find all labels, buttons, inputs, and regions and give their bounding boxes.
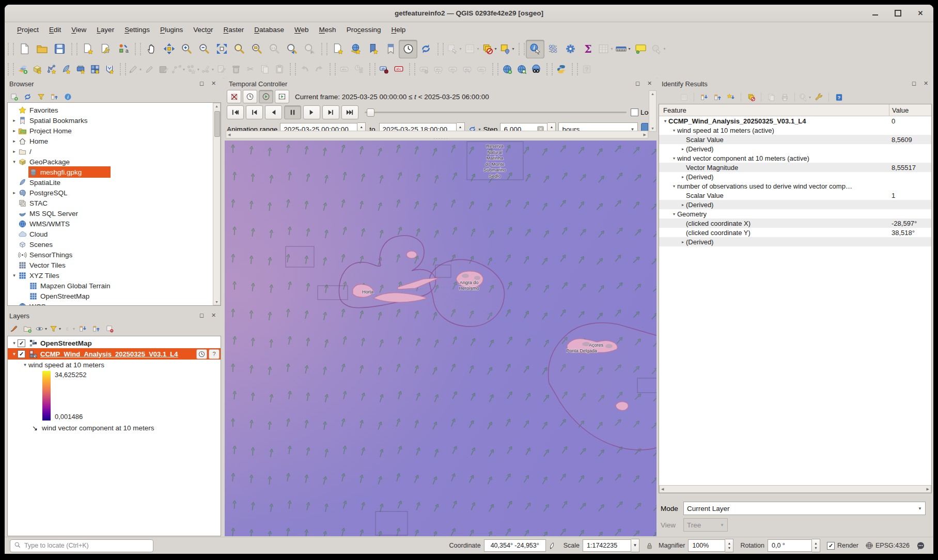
filter-browser-button[interactable] xyxy=(35,91,46,102)
dropdown-arrow-icon[interactable]: ▾ xyxy=(477,46,479,51)
current-edits-button[interactable]: ▾ xyxy=(128,62,142,76)
plugin-help-button[interactable]: ? xyxy=(580,62,594,76)
layer-row-openstreetmap[interactable]: ▾ ✓ OpenStreetMap xyxy=(8,338,221,348)
dropdown-arrow-icon[interactable]: ▾ xyxy=(611,46,613,51)
identify-row[interactable]: ▾number of observations used to derive w… xyxy=(659,181,931,191)
undo-button[interactable] xyxy=(298,62,312,76)
modify-attributes-button[interactable] xyxy=(214,62,229,76)
select-by-location-button[interactable]: ▾ xyxy=(498,40,515,58)
new-geopackage-layer-button[interactable] xyxy=(30,62,44,76)
toolbar-handle[interactable] xyxy=(321,43,327,55)
browser-item-scenes[interactable]: Scenes xyxy=(8,239,221,250)
manage-map-themes-button[interactable]: ▾ xyxy=(35,323,47,334)
new-map-view-button[interactable] xyxy=(329,40,347,58)
toolbar-handle[interactable] xyxy=(409,63,415,75)
print-response-button[interactable] xyxy=(779,91,790,103)
dropdown-arrow-icon[interactable]: ▾ xyxy=(197,67,199,72)
browser-item-xyz-tiles[interactable]: ▾XYZ Tiles xyxy=(8,270,221,281)
lock-scale-icon[interactable] xyxy=(646,542,653,550)
toolbar-handle[interactable] xyxy=(369,63,376,75)
data-source-manager-button[interactable] xyxy=(15,62,30,76)
legend-row-wind-speed[interactable]: ▾ wind speed at 10 meters xyxy=(8,360,221,370)
dock-splitter-handle[interactable]: ······ xyxy=(433,136,449,141)
menu-database[interactable]: Database xyxy=(249,24,289,36)
redo-button[interactable] xyxy=(312,62,326,76)
expander-icon[interactable]: ▾ xyxy=(671,212,677,216)
save-layer-edits-button[interactable] xyxy=(157,62,171,76)
deselect-all-button[interactable]: ▾ xyxy=(480,40,498,58)
expander-icon[interactable]: ▸ xyxy=(11,138,18,144)
new-3d-map-button[interactable] xyxy=(347,40,364,58)
skip-to-start-button[interactable] xyxy=(227,105,244,119)
menu-edit[interactable]: Edit xyxy=(44,24,66,36)
toolbar-handle[interactable] xyxy=(546,63,553,75)
scroll-down-icon[interactable]: ▼ xyxy=(651,127,654,130)
expand-all-button[interactable] xyxy=(77,323,88,334)
dropdown-arrow-icon[interactable]: ▾ xyxy=(183,67,185,72)
highlight-pinned-labels-button[interactable]: abc xyxy=(392,62,406,76)
skip-to-end-button[interactable] xyxy=(341,105,358,119)
new-project-button[interactable] xyxy=(15,40,33,58)
toolbar-handle[interactable] xyxy=(290,63,296,75)
browser-item-wms-wmts[interactable]: WMS/WMTS xyxy=(8,219,221,229)
previous-frame-button[interactable] xyxy=(246,105,263,119)
zoom-native-button[interactable]: 1:1 xyxy=(265,40,283,58)
identify-row[interactable]: ▸(Derived) xyxy=(659,200,931,209)
new-spatialite-layer-button[interactable] xyxy=(59,62,73,76)
identify-row[interactable]: ▸(Derived) xyxy=(659,237,931,246)
identify-float-button[interactable]: ◻ xyxy=(910,80,918,87)
search-catalog-button[interactable] xyxy=(514,62,529,76)
browser-item-stac[interactable]: STAC xyxy=(8,198,221,208)
save-project-button[interactable] xyxy=(51,40,68,58)
magnifier-input[interactable]: 100% xyxy=(688,539,725,552)
style-manager-button[interactable]: a xyxy=(114,40,132,58)
map-tips-button[interactable] xyxy=(632,40,649,58)
identify-settings-button[interactable] xyxy=(813,91,824,103)
expander-icon[interactable]: ▾ xyxy=(671,184,677,189)
identify-row[interactable]: ▸(Derived) xyxy=(659,172,931,181)
metasearch-button[interactable] xyxy=(529,62,543,76)
layer-checkbox[interactable]: ✓ xyxy=(18,350,25,358)
expander-icon[interactable]: ▾ xyxy=(662,119,668,123)
open-project-button[interactable] xyxy=(33,40,51,58)
browser-item-spatialite[interactable]: SpatiaLite xyxy=(8,177,221,188)
remove-layer-button[interactable] xyxy=(104,323,115,334)
new-mesh-layer-button[interactable] xyxy=(73,62,88,76)
show-properties-button[interactable]: i xyxy=(62,91,73,102)
add-group-button[interactable] xyxy=(22,323,33,334)
refresh-map-button[interactable] xyxy=(417,40,434,58)
extents-toggle-icon[interactable] xyxy=(549,541,557,550)
expander-icon[interactable]: ▸ xyxy=(680,203,686,207)
identify-row[interactable]: ▾wind speed at 10 meters (active) xyxy=(659,126,931,135)
maximize-button[interactable] xyxy=(892,8,903,19)
statistics-button[interactable] xyxy=(544,40,561,58)
dropdown-arrow-icon[interactable]: ▾ xyxy=(212,67,214,72)
expander-icon[interactable]: ▸ xyxy=(11,149,18,154)
identify-features-button[interactable]: i xyxy=(526,40,544,58)
identify-mode-button[interactable]: i▾ xyxy=(799,91,811,103)
zoom-to-layer-button[interactable] xyxy=(248,40,265,58)
paste-features-button[interactable] xyxy=(272,62,287,76)
copy-feature-button[interactable] xyxy=(765,91,777,103)
vertex-tool-button[interactable]: ▾ xyxy=(200,62,214,76)
new-temporary-layer-button[interactable] xyxy=(88,62,102,76)
menu-mesh[interactable]: Mesh xyxy=(314,24,341,36)
toolbar-handle[interactable] xyxy=(8,63,14,75)
dropdown-arrow-icon[interactable]: ▾ xyxy=(139,67,142,72)
add-selected-layers-button[interactable] xyxy=(8,91,20,102)
zoom-next-button[interactable] xyxy=(301,40,318,58)
help-button[interactable]: ? xyxy=(833,91,845,103)
pause-button[interactable] xyxy=(284,105,301,119)
layer-diagram-options-button[interactable] xyxy=(352,62,366,76)
dropdown-arrow-icon[interactable]: ▾ xyxy=(512,46,514,51)
layer-labeling-options-button[interactable]: abc xyxy=(337,62,352,76)
expander-icon[interactable]: ▸ xyxy=(11,190,18,195)
collapse-tree-button[interactable] xyxy=(712,91,723,103)
new-spatial-bookmark-button[interactable] xyxy=(364,40,382,58)
scale-dropdown[interactable]: ▼ xyxy=(631,539,639,552)
identify-row[interactable]: ▾CCMP_Wind_Analysis_20250325_V03.1_L40 xyxy=(659,116,931,126)
menu-plugins[interactable]: Plugins xyxy=(155,24,188,36)
next-frame-button[interactable] xyxy=(322,105,339,119)
new-print-layout-button[interactable] xyxy=(79,40,97,58)
zoom-full-button[interactable] xyxy=(213,40,230,58)
